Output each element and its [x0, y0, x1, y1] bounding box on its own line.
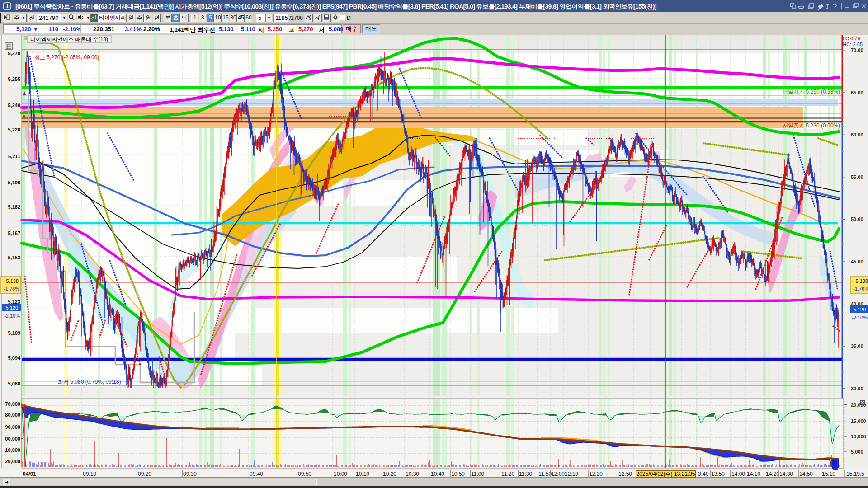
svg-text:60.00: 60.00	[851, 132, 863, 137]
svg-text:티이엠씨씨엔에스 매물대 수(13): 티이엠씨씨엔에스 매물대 수(13)	[30, 36, 108, 42]
svg-text:00,000: 00,000	[5, 436, 20, 441]
svg-text:5,270: 5,270	[8, 51, 20, 56]
svg-text:15,000: 15,000	[851, 418, 866, 424]
svg-text:-1.76%: -1.76%	[4, 286, 19, 291]
svg-text:80,000: 80,000	[5, 412, 20, 418]
svg-text:30.00: 30.00	[851, 386, 863, 391]
svg-text:5,109: 5,109	[8, 330, 20, 336]
svg-text:20,000: 20,000	[5, 459, 20, 464]
svg-text:10,000: 10,000	[5, 447, 20, 453]
svg-text:5,167: 5,167	[8, 230, 20, 236]
svg-text:5,138: 5,138	[855, 278, 868, 284]
svg-text:최저 5,080 (0.79%, 09:18): 최저 5,080 (0.79%, 09:18)	[58, 379, 121, 385]
svg-text:-1.76%: -1.76%	[853, 286, 868, 291]
svg-text:전일종가 5,230 (0.00%): 전일종가 5,230 (0.00%)	[783, 122, 840, 129]
svg-text:5,080: 5,080	[8, 381, 20, 386]
svg-text:50.00: 50.00	[851, 216, 863, 222]
svg-text:HC:-2.85: HC:-2.85	[843, 42, 863, 47]
svg-text:5,226: 5,226	[8, 127, 20, 132]
svg-text:당일시가 5,250 (0.38%): 당일시가 5,250 (0.38%)	[783, 89, 840, 95]
svg-text:5,182: 5,182	[8, 204, 20, 210]
svg-text:55.00: 55.00	[851, 174, 863, 180]
svg-text:70,000: 70,000	[5, 401, 20, 407]
svg-text:5,120: 5,120	[853, 307, 866, 312]
svg-text:5,094: 5,094	[8, 355, 20, 361]
svg-text:5,000: 5,000	[851, 449, 863, 455]
svg-text:-2.10%: -2.10%	[4, 313, 20, 319]
svg-text:35.00: 35.00	[851, 343, 863, 349]
svg-text:5,211: 5,211	[8, 154, 20, 159]
svg-text:5,255: 5,255	[8, 76, 20, 82]
svg-text:-2.10%: -2.10%	[852, 315, 868, 320]
svg-text:45.00: 45.00	[851, 259, 863, 264]
svg-text:90,000: 90,000	[5, 424, 20, 430]
svg-text:5,153: 5,153	[8, 255, 20, 260]
svg-text:5,240: 5,240	[8, 103, 20, 108]
svg-text:최고 5,270 (-2.85%, 09:00): 최고 5,270 (-2.85%, 09:00)	[34, 54, 99, 61]
svg-text:5,196: 5,196	[8, 180, 20, 185]
svg-text:65.00: 65.00	[851, 90, 863, 95]
svg-text:70.00: 70.00	[851, 47, 863, 53]
svg-text:LC:0.79: LC:0.79	[843, 36, 860, 41]
svg-text:5,120: 5,120	[5, 305, 18, 310]
svg-text:5,138: 5,138	[6, 278, 19, 284]
svg-text:10,000: 10,000	[851, 434, 866, 439]
